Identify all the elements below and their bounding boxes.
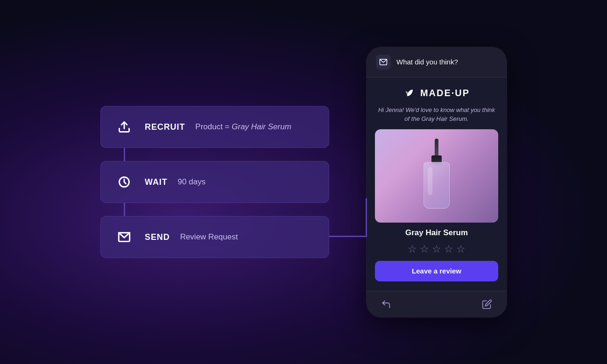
star-1[interactable]: ☆ xyxy=(408,243,417,255)
product-name: Gray Hair Serum xyxy=(405,228,468,238)
wait-detail: 90 days xyxy=(178,177,206,187)
send-step[interactable]: SEND Review Request xyxy=(100,216,329,258)
phone-header: What did you think? xyxy=(367,47,507,77)
bottle-body xyxy=(423,162,450,209)
send-detail: Review Request xyxy=(180,232,238,242)
phone-body: MADE·UP Hi Jenna! We'd love to know what… xyxy=(367,77,507,291)
email-header-icon xyxy=(376,55,391,70)
leave-review-button[interactable]: Leave a review xyxy=(375,261,498,281)
star-4[interactable]: ☆ xyxy=(444,243,453,255)
recruit-detail: Product = Gray Hair Serum xyxy=(195,122,291,132)
star-5[interactable]: ☆ xyxy=(456,243,466,255)
phone-header-title: What did you think? xyxy=(396,58,458,66)
clock-icon xyxy=(114,172,134,192)
phone-mockup: What did you think? MADE·UP Hi Jenna! We… xyxy=(367,47,507,317)
main-content: RECRUIT Product = Gray Hair Serum WAIT 9… xyxy=(0,0,607,364)
brand-name: MADE·UP xyxy=(420,88,470,98)
wait-step[interactable]: WAIT 90 days xyxy=(100,161,329,203)
connector-1 xyxy=(124,148,125,161)
send-keyword: SEND xyxy=(145,232,170,242)
leaf-icon xyxy=(403,87,416,100)
phone-greeting: Hi Jenna! We'd love to know what you thi… xyxy=(375,105,498,124)
wait-keyword: WAIT xyxy=(145,177,168,187)
star-3[interactable]: ☆ xyxy=(432,243,441,255)
recruit-step[interactable]: RECRUIT Product = Gray Hair Serum xyxy=(100,106,329,148)
edit-icon[interactable] xyxy=(480,298,494,311)
workflow-panel: RECRUIT Product = Gray Hair Serum WAIT 9… xyxy=(100,106,329,258)
bottle-dropper xyxy=(435,139,438,157)
brand-logo: MADE·UP xyxy=(403,87,470,100)
mail-send-icon xyxy=(114,227,134,247)
back-icon[interactable] xyxy=(380,298,393,311)
star-2[interactable]: ☆ xyxy=(420,243,429,255)
product-image xyxy=(375,129,498,223)
side-connector xyxy=(329,236,367,237)
upload-icon xyxy=(114,117,134,137)
connector-2 xyxy=(124,203,125,216)
workflow-steps: RECRUIT Product = Gray Hair Serum WAIT 9… xyxy=(100,106,329,258)
star-rating: ☆ ☆ ☆ ☆ ☆ xyxy=(408,243,466,255)
serum-bottle-illustration xyxy=(418,139,455,213)
phone-footer xyxy=(367,291,507,317)
recruit-keyword: RECRUIT xyxy=(145,122,185,132)
